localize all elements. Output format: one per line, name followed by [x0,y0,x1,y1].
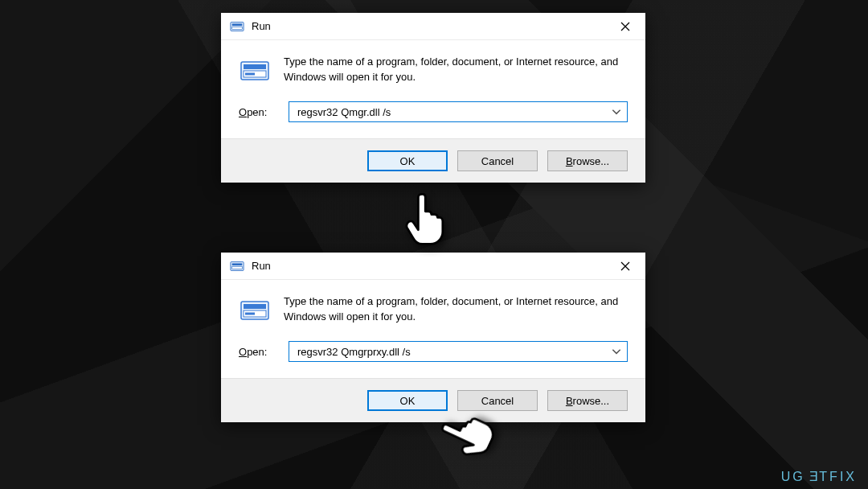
instruction-text: Type the name of a program, folder, docu… [284,55,628,87]
cancel-button[interactable]: Cancel [457,390,538,411]
instruction-text: Type the name of a program, folder, docu… [284,294,628,327]
open-label: Open: [239,106,277,118]
window-title: Run [252,20,607,32]
run-dialog-2: Run Type the name of a program, folder, … [221,253,645,422]
svg-rect-11 [232,266,243,269]
close-button[interactable] [607,14,644,39]
window-title: Run [252,260,607,272]
svg-rect-8 [245,73,255,76]
open-row: Open: [221,338,645,378]
run-dialog-1: Run Type the name of a program, folder, … [221,13,645,183]
dialog-body: Type the name of a program, folder, docu… [221,280,645,338]
svg-rect-17 [245,313,255,315]
chevron-down-icon[interactable] [611,106,622,117]
open-input[interactable] [296,105,606,119]
svg-rect-15 [244,304,266,309]
svg-rect-10 [232,263,243,265]
close-icon [620,22,630,31]
ok-button[interactable]: OK [367,390,448,411]
cancel-button[interactable]: Cancel [457,150,538,171]
close-button[interactable] [607,254,644,278]
browse-button[interactable]: Browse... [547,390,628,411]
titlebar[interactable]: Run [221,253,645,280]
open-combobox[interactable] [289,341,628,362]
run-large-icon [239,55,271,87]
svg-rect-2 [232,27,243,29]
svg-rect-6 [244,64,266,69]
ok-button[interactable]: OK [367,150,448,171]
button-row: OK Cancel Browse... [221,378,645,422]
svg-rect-1 [232,23,243,26]
browse-button[interactable]: Browse... [547,150,628,171]
watermark: UGETFIX [781,470,857,484]
chevron-down-icon[interactable] [611,346,622,357]
button-row: OK Cancel Browse... [221,138,645,183]
open-row: Open: [221,98,645,138]
titlebar[interactable]: Run [221,13,645,40]
dialog-body: Type the name of a program, folder, docu… [221,40,645,98]
close-icon [620,261,630,271]
open-label: Open: [239,346,277,358]
open-input[interactable] [296,345,606,359]
run-large-icon [239,294,271,327]
run-app-icon [229,258,245,274]
run-app-icon [229,18,245,35]
open-combobox[interactable] [289,101,628,122]
